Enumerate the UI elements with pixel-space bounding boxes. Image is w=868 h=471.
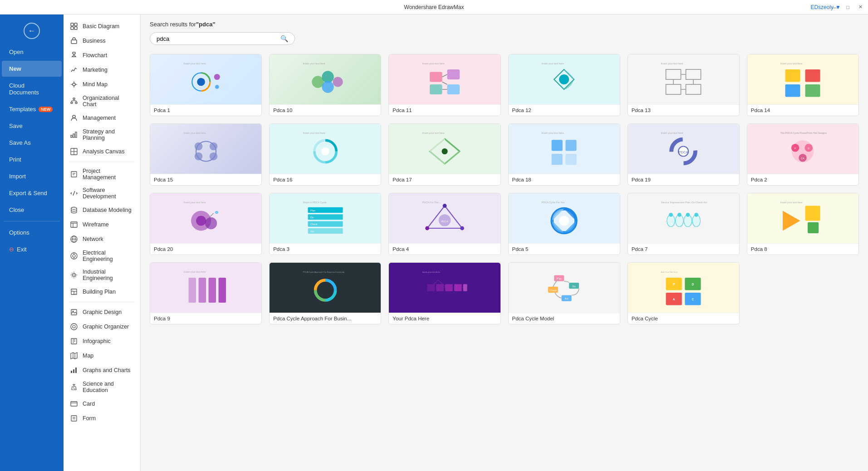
svg-rect-58 xyxy=(73,369,74,373)
template-card[interactable]: Insert your text here Pdca 8 xyxy=(747,193,859,255)
svg-text:Insert your text here: Insert your text here xyxy=(183,270,206,273)
search-input[interactable] xyxy=(157,35,280,42)
software-dev-icon xyxy=(70,189,78,197)
infographic-icon xyxy=(70,337,78,345)
sidebar-item-import[interactable]: Import xyxy=(2,168,62,184)
svg-rect-120 xyxy=(565,154,576,165)
sidebar-item-close[interactable]: Close xyxy=(2,202,62,218)
svg-point-31 xyxy=(71,207,77,210)
back-button[interactable]: ← xyxy=(24,23,40,39)
search-icon[interactable]: 🔍 xyxy=(280,35,288,42)
category-network[interactable]: Network xyxy=(64,232,140,246)
template-label: Pdca 11 xyxy=(389,104,500,116)
template-card[interactable]: Insert your text here Pdca 9 xyxy=(150,262,262,324)
svg-rect-60 xyxy=(73,384,75,385)
maximize-button[interactable]: □ xyxy=(844,4,851,11)
category-basic-diagram[interactable]: Basic Diagram xyxy=(64,19,140,34)
category-form[interactable]: Form xyxy=(64,411,140,426)
template-card[interactable]: Insert your text here Pdca 14 xyxy=(747,54,859,116)
template-card[interactable]: Insert your text here Pdca 18 xyxy=(508,123,620,186)
template-label: Pdca Cycle Model xyxy=(509,313,620,324)
category-graphic-design[interactable]: Graphic Design xyxy=(64,305,140,319)
svg-point-50 xyxy=(73,325,75,328)
sidebar-item-cloud[interactable]: Cloud Documents xyxy=(2,78,62,100)
template-card[interactable]: Insert your text here Pdca 12 xyxy=(508,54,620,116)
category-card[interactable]: Card xyxy=(64,397,140,411)
svg-marker-6 xyxy=(72,55,76,57)
template-card[interactable]: Insert your text here Pdca 1 xyxy=(150,54,262,116)
sidebar-item-saveas[interactable]: Save As xyxy=(2,135,62,151)
template-card[interactable]: Insert your text here 🌐 Pdca 20 xyxy=(150,193,262,255)
template-card[interactable]: Insert your text here PDCA Pdca 19 xyxy=(628,123,740,186)
template-card[interactable]: Insert your text here Pdca 17 xyxy=(388,123,500,186)
template-card[interactable]: Insert your text here Pdca 10 xyxy=(269,54,381,116)
template-card[interactable]: The PDCA Cycle PowerPoint Hot Designs P … xyxy=(747,123,859,186)
template-label: Pdca 1 xyxy=(150,104,261,116)
sidebar-item-open[interactable]: Open xyxy=(2,44,62,60)
template-card[interactable]: Plan Do Act Check P xyxy=(508,262,620,324)
svg-rect-66 xyxy=(71,416,77,421)
template-card[interactable]: Service Improvement Plan: Do-Check-Act P… xyxy=(628,193,740,255)
category-database[interactable]: Database Modeling xyxy=(64,203,140,217)
sidebar-item-options[interactable]: Options xyxy=(2,225,62,240)
window-controls: — □ ✕ xyxy=(830,3,864,11)
svg-point-72 xyxy=(214,74,220,80)
sidebar-separator xyxy=(4,221,60,221)
category-project-mgmt[interactable]: Project Management xyxy=(64,165,140,184)
category-org-chart[interactable]: Organizational Chart xyxy=(64,92,140,111)
category-software-dev[interactable]: Software Development xyxy=(64,184,140,203)
category-electrical[interactable]: Electrical Engineering xyxy=(64,246,140,265)
template-card[interactable]: Insert your text here Pdca 13 xyxy=(628,54,740,116)
svg-rect-21 xyxy=(71,135,72,137)
category-business[interactable]: Business xyxy=(64,34,140,48)
graphic-design-icon xyxy=(70,308,78,316)
minimize-button[interactable]: — xyxy=(830,4,839,11)
svg-rect-59 xyxy=(75,368,77,373)
category-strategy[interactable]: Strategy and Planning xyxy=(64,125,140,144)
category-panel: Basic Diagram Business Flowchart Marketi… xyxy=(64,15,141,471)
close-button[interactable]: ✕ xyxy=(857,3,864,11)
category-label: Form xyxy=(83,415,96,422)
sidebar-item-exit[interactable]: ⊖ Exit xyxy=(2,241,62,257)
template-label: Pdca 7 xyxy=(628,243,739,255)
svg-text:Insert your text here: Insert your text here xyxy=(422,132,444,134)
svg-rect-82 xyxy=(430,84,442,94)
template-card[interactable]: PDCA Cycle For You Pdca 5 xyxy=(508,193,620,255)
svg-point-165 xyxy=(686,213,690,217)
graphic-org-icon xyxy=(70,323,78,331)
template-card[interactable]: Insert your text here Pdca 11 xyxy=(388,54,500,116)
svg-text:Do: Do xyxy=(310,216,314,219)
network-icon xyxy=(70,235,78,243)
svg-point-105 xyxy=(209,152,217,161)
sidebar-item-save[interactable]: Save xyxy=(2,118,62,134)
template-thumbnail: Insert your text here xyxy=(509,124,620,174)
category-map[interactable]: Map xyxy=(64,348,140,363)
category-graphs[interactable]: Graphs and Charts xyxy=(64,363,140,378)
sidebar-item-templates[interactable]: Templates NEW xyxy=(2,101,62,117)
template-card[interactable]: Insert your text here Pdca 16 xyxy=(269,123,381,186)
category-analysis[interactable]: Analysis Canvas xyxy=(64,144,140,159)
template-card[interactable]: Add Your Title here P D A C Pdca Cycle xyxy=(628,262,740,324)
sidebar-item-export[interactable]: Export & Send xyxy=(2,185,62,201)
category-management[interactable]: Management xyxy=(64,111,140,125)
category-wireframe[interactable]: Wireframe xyxy=(64,217,140,232)
template-card[interactable]: Steps in PDCA Cycle Plan Do Check Act Pd… xyxy=(269,193,381,255)
category-industrial[interactable]: Industrial Engineering xyxy=(64,265,140,285)
template-label: Pdca 18 xyxy=(509,174,620,185)
sidebar-item-new[interactable]: New xyxy=(2,61,62,77)
category-flowchart[interactable]: Flowchart xyxy=(64,48,140,63)
template-card[interactable]: PDCA Cycle Approach For Business Continu… xyxy=(269,262,381,324)
sidebar-item-print[interactable]: Print xyxy=(2,152,62,167)
category-infographic[interactable]: Infographic xyxy=(64,334,140,348)
category-marketing[interactable]: Marketing xyxy=(64,63,140,77)
category-building[interactable]: Building Plan xyxy=(64,285,140,299)
template-label: Pdca 15 xyxy=(150,174,261,185)
marketing-icon xyxy=(70,66,78,74)
category-graphic-org[interactable]: Graphic Organizer xyxy=(64,319,140,334)
template-card[interactable]: Insert your text here Pdca 15 xyxy=(150,123,262,186)
category-science[interactable]: Science and Education xyxy=(64,378,140,397)
template-label: Pdca 13 xyxy=(628,104,739,116)
template-card[interactable]: PDCA For The... PDCA Pdca 4 xyxy=(388,193,500,255)
category-mind-map[interactable]: Mind Map xyxy=(64,77,140,92)
template-card[interactable]: Insert your text here Your Pdca Here xyxy=(388,262,500,324)
